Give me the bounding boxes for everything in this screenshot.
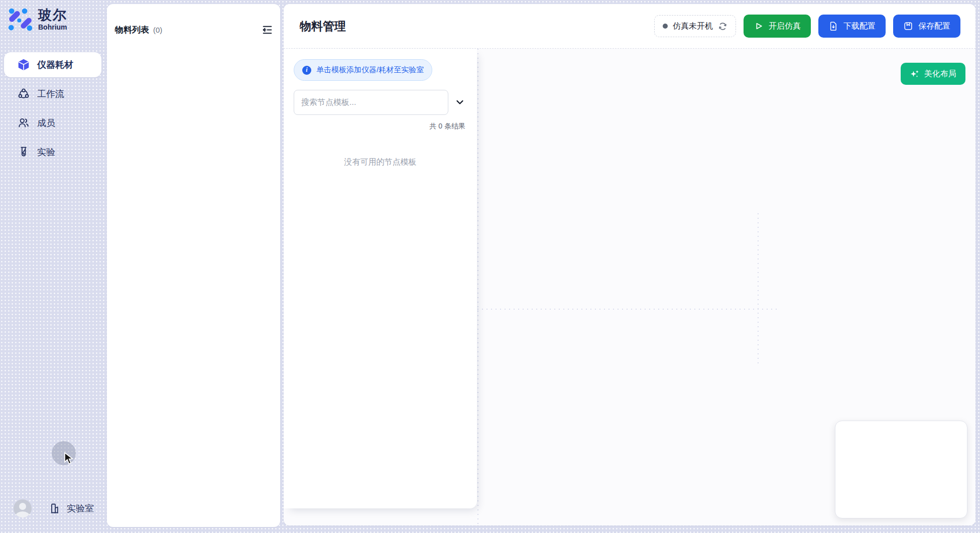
sidebar-item-instruments[interactable]: 仪器耗材: [4, 52, 101, 77]
search-input[interactable]: [294, 90, 448, 115]
materials-list-panel: 物料列表 (0): [107, 4, 280, 527]
avatar[interactable]: [14, 499, 32, 517]
lab-building-icon: [49, 502, 62, 515]
cube-icon: [17, 58, 30, 71]
lab-label: 实验室: [67, 502, 94, 514]
sidebar-item-experiment[interactable]: 实验: [4, 140, 101, 165]
status-label: 仿真未开机: [673, 21, 713, 32]
chevron-down-icon[interactable]: [455, 98, 464, 107]
canvas-gridline-horizontal: [477, 309, 779, 310]
sidebar-nav: 仪器耗材 工作流 成员: [4, 52, 101, 165]
status-dot-icon: [663, 24, 668, 29]
info-banner: i 单击模板添加仪器/耗材至实验室: [294, 59, 432, 81]
result-count: 共 0 条结果: [294, 122, 477, 131]
collapse-panel-icon[interactable]: [262, 24, 273, 36]
lab-switcher[interactable]: 实验室: [49, 502, 94, 515]
flow-canvas[interactable]: i 单击模板添加仪器/耗材至实验室 共 0 条结果 没有可用的节点模板: [284, 49, 975, 525]
info-banner-text: 单击模板添加仪器/耗材至实验室: [316, 65, 424, 75]
sidebar-item-label: 仪器耗材: [37, 59, 73, 71]
sparkles-icon: [910, 69, 920, 79]
empty-state-text: 没有可用的节点模板: [294, 157, 477, 168]
minimap: [835, 421, 967, 518]
workflow-icon: [17, 87, 30, 100]
main-panel: 物料管理 仿真未开机 开启仿真: [284, 4, 975, 525]
file-download-icon: [828, 21, 838, 31]
template-panel: i 单击模板添加仪器/耗材至实验室 共 0 条结果 没有可用的节点模板: [284, 49, 477, 508]
app-subtitle: Bohrium: [38, 24, 67, 31]
beautify-layout-button[interactable]: 美化布局: [901, 63, 965, 85]
page-title: 物料管理: [300, 19, 654, 34]
app-root: 玻尔 Bohrium 仪器耗材 工作流: [0, 0, 980, 533]
canvas-gridline-vertical: [477, 49, 478, 525]
sidebar-item-label: 成员: [37, 117, 55, 129]
sidebar-item-label: 实验: [37, 146, 55, 158]
simulation-status-pill[interactable]: 仿真未开机: [654, 15, 736, 37]
bohrium-logo-icon: [8, 7, 33, 32]
mouse-cursor: [64, 452, 76, 465]
members-icon: [17, 116, 30, 129]
experiment-icon: [17, 146, 30, 159]
download-config-button[interactable]: 下载配置: [818, 15, 886, 38]
info-icon: i: [302, 66, 311, 75]
main-header: 物料管理 仿真未开机 开启仿真: [284, 4, 975, 49]
sidebar-footer: 实验室: [14, 499, 94, 517]
app-title: 玻尔: [38, 8, 67, 22]
header-actions: 仿真未开机 开启仿真: [654, 15, 960, 38]
sidebar-item-members[interactable]: 成员: [4, 110, 101, 136]
sidebar-item-workflow[interactable]: 工作流: [4, 81, 101, 106]
canvas-gridline-vertical: [758, 213, 759, 366]
save-icon: [903, 21, 913, 31]
materials-list-count: (0): [153, 26, 262, 34]
play-icon: [754, 21, 764, 31]
materials-list-title: 物料列表: [115, 24, 149, 36]
sidebar-item-label: 工作流: [37, 88, 64, 100]
logo: 玻尔 Bohrium: [0, 0, 107, 32]
materials-list-header: 物料列表 (0): [107, 4, 280, 36]
save-config-button[interactable]: 保存配置: [893, 15, 960, 38]
refresh-icon[interactable]: [718, 22, 727, 31]
start-simulation-button[interactable]: 开启仿真: [744, 15, 811, 38]
template-search-row: [294, 90, 477, 115]
